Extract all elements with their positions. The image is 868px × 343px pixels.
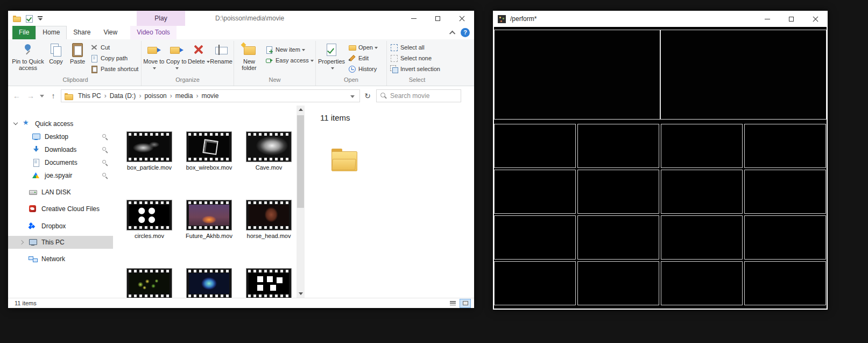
tab-view[interactable]: View [97,26,124,39]
close-button[interactable] [803,11,828,27]
clip-slot[interactable] [661,124,743,168]
maximize-button[interactable] [779,11,803,27]
sidebar-item-creative-cloud[interactable]: Creative Cloud Files [8,202,113,215]
file-item[interactable] [119,268,179,298]
address-dropdown-icon[interactable] [348,92,357,100]
file-item[interactable]: horse_head.mov [239,200,299,268]
tab-video-tools[interactable]: Video Tools [130,26,177,39]
paste-shortcut-button[interactable]: Paste shortcut [88,64,140,74]
collapse-ribbon-icon[interactable] [449,30,455,36]
clip-slot[interactable] [744,124,826,168]
breadcrumb[interactable]: This PC Data (D:) poisson media movie [61,89,360,102]
minimize-button[interactable] [755,11,779,27]
clip-slot[interactable] [577,261,659,305]
clip-slot[interactable] [494,215,576,260]
clip-slot[interactable] [744,261,826,305]
clip-slot[interactable] [661,261,743,305]
copy-button[interactable]: Copy [45,41,67,75]
pin-icon[interactable] [102,147,108,152]
search-box[interactable] [376,89,461,102]
select-all-button[interactable]: Select all [388,42,445,53]
pin-icon[interactable] [102,134,108,139]
clip-slot[interactable] [744,215,826,260]
thumbnail-view-button[interactable] [460,299,471,308]
clip-slot[interactable] [661,170,743,214]
history-button[interactable]: History [346,64,384,74]
copy-to-button[interactable]: Copy to [165,41,188,75]
vertical-scrollbar[interactable] [297,106,305,298]
paste-button[interactable]: Paste [67,41,88,75]
clip-slot[interactable] [744,170,826,214]
explorer-titlebar[interactable]: Play D:\poisson\media\movie [8,11,474,26]
clip-slot[interactable] [494,124,576,168]
preview-panel[interactable] [494,30,660,120]
sidebar-item-lan-disk[interactable]: LAN DISK [8,186,113,199]
pin-icon[interactable] [102,160,108,165]
file-item[interactable]: Future_Akhb.mov [179,200,239,268]
clip-slot[interactable] [577,124,659,168]
clip-slot[interactable] [577,170,659,214]
file-item[interactable] [239,268,299,298]
maximize-button[interactable] [426,11,450,26]
breadcrumb-segment[interactable]: media [173,92,196,100]
scroll-up-icon[interactable] [297,106,305,114]
clip-slot[interactable] [494,170,576,214]
perform-titlebar[interactable]: /perform* [493,11,828,27]
tab-share[interactable]: Share [67,26,97,39]
clip-slot[interactable] [661,215,743,260]
edit-button[interactable]: Edit [346,53,384,64]
forward-button[interactable] [24,89,37,102]
up-button[interactable] [47,89,60,102]
tab-home[interactable]: Home [36,26,67,39]
refresh-icon[interactable] [361,89,374,102]
tab-file[interactable]: File [12,26,36,39]
new-folder-button[interactable]: New folder [235,41,263,75]
close-button[interactable] [450,11,474,26]
file-item[interactable]: Cave.mov [239,131,299,200]
recent-locations-icon[interactable] [38,89,46,102]
move-to-button[interactable]: Move to [143,41,165,75]
breadcrumb-segment[interactable]: movie [199,92,221,100]
sidebar-item-joe-spyair[interactable]: joe.spyair [8,169,113,182]
pin-to-quick-access-button[interactable]: Pin to Quick access [11,41,45,75]
clip-slot[interactable] [577,215,659,260]
preview-panel[interactable] [660,30,827,120]
copy-path-button[interactable]: Copy path [88,53,140,64]
scroll-down-icon[interactable] [297,290,305,298]
contextual-tab-header[interactable]: Play [137,11,185,26]
sidebar-item-desktop[interactable]: Desktop [8,130,113,143]
back-button[interactable] [10,89,23,102]
file-item[interactable]: box_particle.mov [119,131,179,200]
cut-button[interactable]: Cut [88,42,140,53]
customize-toolbar-icon[interactable] [37,14,44,23]
sidebar-item-this-pc[interactable]: This PC [8,236,113,249]
file-item[interactable] [179,268,239,298]
breadcrumb-segment[interactable]: poisson [142,92,169,100]
sidebar-item-downloads[interactable]: Downloads [8,143,113,156]
details-view-button[interactable] [447,299,458,308]
clip-slot[interactable] [494,261,576,305]
rename-button[interactable]: Rename [210,41,232,75]
open-button[interactable]: Open [346,42,384,53]
scrollbar-thumb[interactable] [297,115,304,208]
breadcrumb-segment[interactable]: This PC [75,92,104,100]
breadcrumb-segment[interactable]: Data (D:) [107,92,139,100]
sidebar-item-network[interactable]: Network [8,253,113,265]
minimize-button[interactable] [401,11,426,26]
easy-access-button[interactable]: Easy access [263,55,314,66]
properties-button[interactable]: Properties [317,41,346,75]
sidebar-item-documents[interactable]: Documents [8,156,113,169]
chevron-right-icon[interactable] [19,240,24,244]
delete-button[interactable]: Delete [188,41,210,75]
new-item-button[interactable]: New item [263,44,314,55]
chevron-down-icon[interactable] [13,121,18,125]
file-item[interactable]: circles.mov [119,200,179,268]
file-list-pane[interactable]: box_particle.mov box_wirebox.mov Cave.mo… [113,106,305,298]
pin-icon[interactable] [102,173,108,178]
select-none-button[interactable]: Select none [388,53,445,64]
sidebar-item-dropbox[interactable]: Dropbox [8,220,113,233]
explorer-app-icon[interactable] [12,14,21,23]
search-input[interactable] [390,92,457,100]
invert-selection-button[interactable]: Invert selection [388,64,445,74]
properties-shortcut-icon[interactable] [25,14,33,23]
